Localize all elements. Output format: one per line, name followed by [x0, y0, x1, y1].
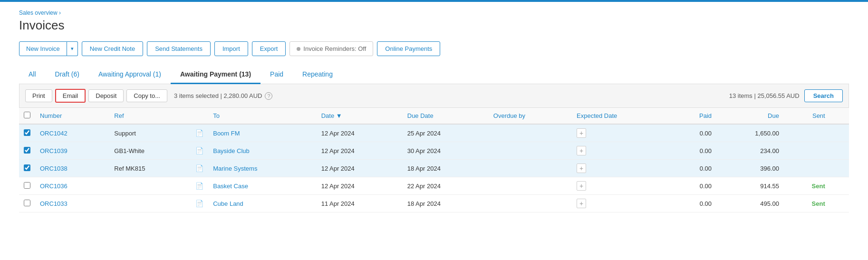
copy-to-button[interactable]: Copy to...: [126, 89, 167, 102]
row-ref: Ref MK815: [109, 160, 191, 177]
row-due-date: 22 Apr 2024: [403, 177, 489, 195]
row-to[interactable]: Basket Case: [208, 177, 316, 195]
action-bar-left: Print Email Deposit Copy to... 3 items s…: [25, 89, 272, 103]
toolbar: New Invoice ▾ New Credit Note Send State…: [19, 41, 849, 56]
row-overdue-by: [489, 177, 572, 195]
select-all-checkbox[interactable]: [24, 112, 30, 118]
table-row: ORC1039 GB1-White 📄 Bayside Club 12 Apr …: [19, 142, 849, 160]
col-to[interactable]: To: [208, 108, 316, 124]
row-due-date: 18 Apr 2024: [403, 195, 489, 212]
row-number: ORC1038: [35, 160, 109, 177]
email-button[interactable]: Email: [55, 89, 86, 103]
row-ref: [109, 195, 191, 212]
row-checkbox-cell[interactable]: [19, 142, 35, 160]
col-due-date[interactable]: Due Date: [403, 108, 489, 124]
row-expected-date: +: [572, 124, 673, 142]
row-due-amount: 914.55: [716, 177, 784, 195]
tab-awaiting-payment[interactable]: Awaiting Payment (13): [171, 66, 260, 84]
table-row: ORC1038 Ref MK815 📄 Marine Systems 12 Ap…: [19, 160, 849, 177]
table-row: ORC1036 📄 Basket Case 12 Apr 2024 22 Apr…: [19, 177, 849, 195]
export-button[interactable]: Export: [252, 41, 286, 56]
row-overdue-by: [489, 195, 572, 212]
row-due-amount: 1,650.00: [716, 124, 784, 142]
row-due-date: 18 Apr 2024: [403, 160, 489, 177]
add-expected-date-button[interactable]: +: [577, 128, 586, 138]
row-overdue-by: [489, 124, 572, 142]
row-checkbox[interactable]: [24, 182, 30, 189]
col-sent[interactable]: Sent: [784, 108, 830, 124]
col-number[interactable]: Number: [35, 108, 109, 124]
row-action: [830, 142, 849, 160]
help-icon[interactable]: ?: [265, 92, 272, 100]
row-expected-date: +: [572, 160, 673, 177]
online-payments-button[interactable]: Online Payments: [377, 41, 440, 56]
new-credit-note-button[interactable]: New Credit Note: [82, 41, 143, 56]
row-to[interactable]: Boom FM: [208, 124, 316, 142]
col-overdue-by[interactable]: Overdue by: [489, 108, 572, 124]
import-button[interactable]: Import: [214, 41, 248, 56]
row-doc-icon: 📄: [191, 124, 208, 142]
row-checkbox[interactable]: [24, 147, 30, 154]
add-expected-date-button[interactable]: +: [577, 146, 586, 155]
col-expected-date[interactable]: Expected Date: [572, 108, 673, 124]
row-due-amount: 495.00: [716, 195, 784, 212]
row-doc-icon: 📄: [191, 142, 208, 160]
row-action: [830, 124, 849, 142]
row-action: [830, 177, 849, 195]
select-all-checkbox-header[interactable]: [19, 108, 35, 124]
total-info: 13 items | 25,056.55 AUD: [729, 92, 800, 99]
new-invoice-dropdown-arrow[interactable]: ▾: [67, 41, 78, 56]
col-paid[interactable]: Paid: [673, 108, 716, 124]
row-checkbox-cell[interactable]: [19, 177, 35, 195]
row-checkbox[interactable]: [24, 200, 30, 206]
row-date: 12 Apr 2024: [317, 124, 403, 142]
row-paid: 0.00: [673, 142, 716, 160]
deposit-button[interactable]: Deposit: [88, 89, 124, 102]
row-date: 12 Apr 2024: [317, 142, 403, 160]
add-expected-date-button[interactable]: +: [577, 181, 586, 191]
tab-paid[interactable]: Paid: [260, 66, 293, 84]
row-expected-date: +: [572, 177, 673, 195]
invoice-reminders-button[interactable]: Invoice Reminders: Off: [289, 41, 373, 56]
row-paid: 0.00: [673, 124, 716, 142]
row-checkbox[interactable]: [24, 164, 30, 171]
breadcrumb[interactable]: Sales overview ›: [19, 10, 849, 16]
tab-all[interactable]: All: [19, 66, 46, 84]
row-action: [830, 160, 849, 177]
search-button[interactable]: Search: [804, 89, 843, 102]
row-to[interactable]: Cube Land: [208, 195, 316, 212]
action-bar: Print Email Deposit Copy to... 3 items s…: [19, 84, 849, 108]
row-to[interactable]: Marine Systems: [208, 160, 316, 177]
add-expected-date-button[interactable]: +: [577, 164, 586, 173]
tab-awaiting-approval[interactable]: Awaiting Approval (1): [89, 66, 171, 84]
row-action: [830, 195, 849, 212]
row-doc-icon: 📄: [191, 177, 208, 195]
row-sent: [784, 124, 830, 142]
row-overdue-by: [489, 160, 572, 177]
main-content: Sales overview › Invoices New Invoice ▾ …: [0, 2, 868, 220]
row-checkbox[interactable]: [24, 129, 30, 136]
row-checkbox-cell[interactable]: [19, 160, 35, 177]
row-due-amount: 234.00: [716, 142, 784, 160]
tabs: All Draft (6) Awaiting Approval (1) Awai…: [19, 66, 849, 84]
row-ref: [109, 177, 191, 195]
print-button[interactable]: Print: [25, 89, 52, 102]
row-paid: 0.00: [673, 195, 716, 212]
row-expected-date: +: [572, 195, 673, 212]
row-sent: Sent: [784, 177, 830, 195]
new-invoice-button[interactable]: New Invoice: [19, 41, 67, 56]
row-due-date: 25 Apr 2024: [403, 124, 489, 142]
send-statements-button[interactable]: Send Statements: [147, 41, 211, 56]
col-action: [830, 108, 849, 124]
col-due[interactable]: Due: [716, 108, 784, 124]
row-checkbox-cell[interactable]: [19, 195, 35, 212]
row-checkbox-cell[interactable]: [19, 124, 35, 142]
tab-draft[interactable]: Draft (6): [46, 66, 89, 84]
row-sent: [784, 160, 830, 177]
col-date[interactable]: Date ▼: [317, 108, 403, 124]
row-doc-icon: 📄: [191, 195, 208, 212]
row-to[interactable]: Bayside Club: [208, 142, 316, 160]
col-ref[interactable]: Ref: [109, 108, 191, 124]
tab-repeating[interactable]: Repeating: [293, 66, 342, 84]
add-expected-date-button[interactable]: +: [577, 199, 586, 208]
